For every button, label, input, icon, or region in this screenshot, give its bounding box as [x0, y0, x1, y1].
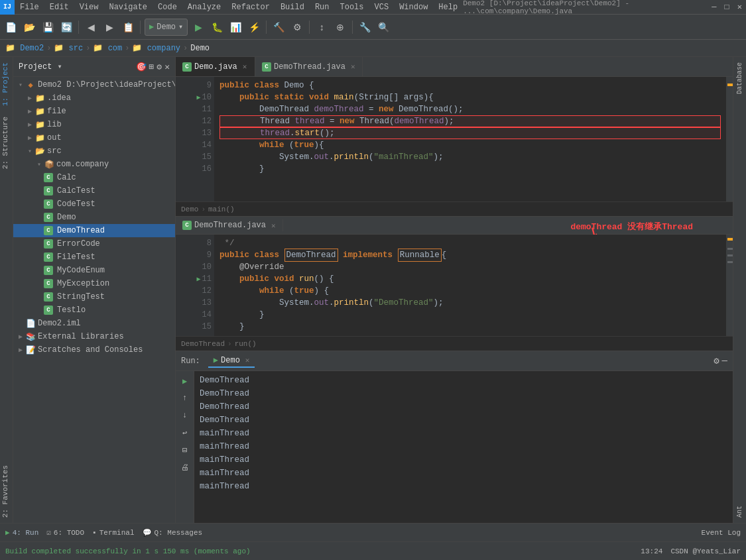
tree-item-demo2iml[interactable]: 📄 Demo2.iml — [13, 317, 175, 330]
build-btn[interactable]: 🔨 — [271, 19, 286, 35]
build2-btn[interactable]: ⚙ — [289, 19, 305, 35]
panel2-tab-close[interactable]: ✕ — [271, 221, 276, 230]
toolbar-refresh-btn[interactable]: 🔄 — [58, 19, 74, 35]
database-tab[interactable]: Database — [736, 60, 743, 97]
menu-help[interactable]: Help — [433, 1, 463, 13]
tree-item-file[interactable]: ▶ 📁 file — [13, 105, 175, 118]
filter-btn[interactable]: ⊟ — [178, 443, 192, 457]
settings-btn[interactable]: 🔧 — [357, 19, 373, 35]
wrap-btn[interactable]: ↩ — [178, 425, 192, 440]
tree-item-myexception[interactable]: C MyException — [13, 277, 175, 290]
breadcrumb-company[interactable]: 📁 company — [132, 43, 180, 53]
hide-icon[interactable]: ✕ — [164, 62, 170, 72]
code-panels: 9 ▶10 11 12 13 14 15 16 — [176, 77, 733, 351]
menu-view[interactable]: View — [74, 1, 104, 13]
tree-item-src[interactable]: ▾ 📂 src — [13, 144, 175, 158]
menu-refactor[interactable]: Refactor — [226, 1, 275, 13]
ant-tab[interactable]: Ant — [736, 503, 743, 520]
toolbar-save-btn[interactable]: 💾 — [40, 19, 56, 35]
run-btn[interactable]: ▶ — [190, 19, 206, 35]
menu-run[interactable]: Run — [310, 1, 335, 13]
gutter-line-d14: 14 — [176, 309, 214, 321]
tree-item-scratches[interactable]: ▶ 📝 Scratches and Consoles — [13, 343, 175, 357]
tree-item-external-libs[interactable]: ▶ 📚 External Libraries — [13, 330, 175, 343]
tree-item-demo2[interactable]: ▾ ◆ Demo2 D:\Project\ideaProject\D... — [13, 78, 175, 91]
bottom-tab-todo[interactable]: ☑ 6: TODO — [46, 528, 84, 537]
menu-analyze[interactable]: Analyze — [182, 1, 226, 13]
tab-structure[interactable]: 2: Structure — [0, 111, 13, 174]
project-dropdown[interactable]: ▾ — [57, 62, 62, 72]
toolbar-forward-btn[interactable]: ▶ — [101, 19, 117, 35]
bottom-tab-run-btn[interactable]: ▶ 4: Run — [5, 528, 38, 537]
settings-run-icon[interactable]: ⚙ — [714, 355, 719, 366]
tree-item-testlo[interactable]: C Testlo — [13, 304, 175, 317]
tree-item-codetest[interactable]: C CodeTest — [13, 197, 175, 211]
breadcrumb-com[interactable]: 📁 com — [93, 43, 122, 53]
tab-demothread-java[interactable]: C DemoThread.java ✕ — [255, 57, 363, 76]
menu-window[interactable]: Window — [394, 1, 433, 13]
event-log-btn[interactable]: Event Log — [702, 529, 741, 537]
maximize-btn[interactable]: □ — [721, 3, 733, 12]
breadcrumb-demo2[interactable]: 📁 Demo2 — [5, 43, 44, 53]
breadcrumb-src[interactable]: 📁 src — [54, 43, 83, 53]
tree-item-out[interactable]: ▶ 📁 out — [13, 131, 175, 144]
menu-navigate[interactable]: Navigate — [103, 1, 153, 13]
tree-item-lib[interactable]: ▶ 📁 lib — [13, 118, 175, 131]
editor-area: C Demo.java ✕ C DemoThread.java ✕ — [176, 57, 733, 523]
tree-item-com-company[interactable]: ▾ 📦 com.company — [13, 158, 175, 171]
bottom-tab-terminal[interactable]: ▪ Terminal — [92, 529, 134, 537]
code-content-demo[interactable]: public class Demo { public static void m… — [214, 77, 726, 201]
menu-vcs[interactable]: VCS — [369, 1, 395, 13]
run-marker-10[interactable]: ▶ — [197, 93, 201, 101]
tree-item-demothread[interactable]: C DemoThread — [13, 224, 175, 237]
profile-btn[interactable]: ⚡ — [246, 19, 262, 35]
toolbar-recent-btn[interactable]: 📋 — [120, 19, 136, 35]
tab-close-demo[interactable]: ✕ — [243, 62, 247, 71]
close-btn[interactable]: ✕ — [733, 2, 746, 12]
print-btn[interactable]: 🖨 — [178, 460, 192, 475]
scroll-down-btn[interactable]: ↓ — [178, 408, 192, 423]
tree-item-mycodeenum[interactable]: C MyCodeEnum — [13, 264, 175, 277]
tree-item-idea[interactable]: ▶ 📁 .idea — [13, 91, 175, 105]
toolbar-new-btn[interactable]: 📄 — [3, 19, 19, 35]
menu-file[interactable]: File — [15, 1, 44, 13]
menu-tools[interactable]: Tools — [335, 1, 369, 13]
run-tab-close[interactable]: ✕ — [245, 356, 250, 364]
run-marker-d11[interactable]: ▶ — [197, 275, 201, 283]
git2-btn[interactable]: ⊕ — [332, 19, 348, 35]
scroll-up-btn[interactable]: ↑ — [178, 391, 192, 406]
code-content-demothread[interactable]: */ public class DemoThread implements Ru… — [214, 235, 726, 336]
tree-item-errorcode[interactable]: C ErrorCode — [13, 237, 175, 251]
tree-item-calc[interactable]: C Calc — [13, 171, 175, 184]
debug-btn[interactable]: 🐛 — [209, 19, 225, 35]
menu-build[interactable]: Build — [275, 1, 310, 13]
locate-icon[interactable]: 🎯 — [136, 62, 147, 72]
toolbar-sep2 — [140, 21, 141, 34]
menu-edit[interactable]: Edit — [44, 1, 74, 13]
panel2-tab[interactable]: C DemoThread.java ✕ — [176, 219, 283, 231]
minimize-btn[interactable]: ─ — [708, 3, 720, 12]
coverage-btn[interactable]: 📊 — [227, 19, 243, 35]
tree-item-demo[interactable]: C Demo — [13, 211, 175, 224]
tab-project[interactable]: 1: Project — [0, 57, 13, 111]
tab-demo-java[interactable]: C Demo.java ✕ — [176, 57, 255, 76]
expand-icon[interactable]: ⊞ — [149, 62, 155, 72]
tree-item-calctest[interactable]: C CalcTest — [13, 184, 175, 197]
git-btn[interactable]: ↕ — [314, 19, 330, 35]
tab-favorites[interactable]: 2: Favorites — [0, 460, 13, 523]
status-csdn: CSDN @Yeats_Liar — [670, 547, 741, 555]
toolbar-back-btn[interactable]: ◀ — [83, 19, 99, 35]
tree-item-stringtest[interactable]: C StringTest — [13, 290, 175, 304]
close-run-icon[interactable]: — — [722, 355, 727, 366]
tree-item-filetest[interactable]: C FileTest — [13, 251, 175, 264]
menu-code[interactable]: Code — [153, 1, 182, 13]
bottom-tab-messages[interactable]: 💬 Q: Messages — [143, 528, 203, 537]
toolbar-open-btn[interactable]: 📂 — [21, 19, 37, 35]
tab-close-demothread[interactable]: ✕ — [351, 62, 355, 71]
run-config-selector[interactable]: ▶ Demo ▾ — [145, 19, 188, 36]
gear-icon[interactable]: ⚙ — [156, 62, 162, 72]
run-again-btn[interactable]: ▶ — [178, 374, 192, 388]
breadcrumb-demo[interactable]: Demo — [190, 44, 210, 53]
search-everywhere-btn[interactable]: 🔍 — [375, 19, 391, 35]
bottom-tab-run[interactable]: ▶ Demo ✕ — [208, 354, 255, 368]
